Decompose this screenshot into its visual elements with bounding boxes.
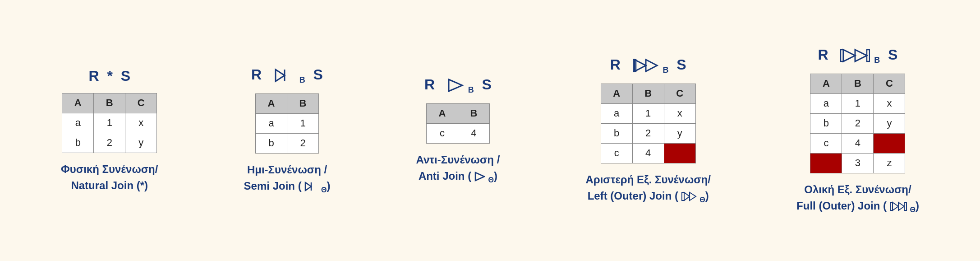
full-outer-join-table: A B C a 1 x b 2 y c 4 3 (810, 74, 905, 173)
svg-marker-13 (843, 50, 855, 61)
anti-join-icon (447, 78, 464, 93)
col-header: B (94, 93, 125, 113)
col-header: B (842, 74, 874, 93)
table-row: b 2 y (810, 113, 905, 133)
col-header: A (62, 93, 94, 113)
col-header: B (458, 103, 489, 123)
semi-join-icon (274, 68, 295, 83)
natural-join-label: Φυσική Συνένωση/Natural Join (*) (61, 161, 158, 194)
natural-join-title: R * S (89, 67, 130, 84)
left-outer-join-label: Αριστερή Εξ. Συνένωση/Left (Outer) Join … (585, 172, 711, 205)
svg-marker-11 (690, 192, 696, 200)
left-outer-join-label-icon (681, 191, 697, 201)
anti-join-label-icon (474, 172, 485, 182)
col-header: A (810, 74, 842, 93)
anti-join-label: Αντι-Συνένωση /Anti Join ( Θ) (416, 152, 500, 186)
table-row: c 4 (601, 143, 695, 163)
left-outer-join-icon (633, 58, 659, 73)
table-row: a 1 x (62, 113, 157, 133)
left-outer-join-title: R B S (610, 56, 686, 75)
table-row: b 2 y (601, 123, 695, 143)
semi-join-table: A B a 1 b 2 (255, 93, 319, 154)
full-outer-join-label: Ολική Εξ. Συνένωση/Full (Outer) Join ( Θ… (796, 182, 919, 215)
svg-marker-2 (305, 182, 311, 191)
svg-marker-0 (276, 70, 285, 81)
full-outer-join-title: R B S (818, 46, 898, 65)
svg-marker-7 (646, 60, 657, 71)
svg-marker-18 (898, 202, 904, 210)
semi-join-title: R B S (251, 66, 323, 85)
table-row: 3 z (810, 153, 905, 173)
table-row: a 1 x (810, 93, 905, 113)
col-header: C (874, 74, 905, 93)
svg-marker-5 (475, 172, 484, 181)
col-header: A (426, 103, 458, 123)
table-row: a 1 x (601, 103, 695, 123)
semi-join-label: Ημι-Συνένωση /Semi Join ( Θ) (244, 162, 331, 196)
semi-join-label-icon (304, 182, 318, 191)
left-outer-join-section: R B S A B C a 1 x b 2 (585, 56, 711, 205)
svg-marker-14 (855, 50, 867, 61)
left-outer-join-table: A B C a 1 x b 2 y c 4 (601, 84, 696, 163)
semi-join-section: R B S A B a 1 b 2 Ημι-Συν (244, 66, 331, 196)
svg-marker-4 (449, 79, 462, 91)
table-row: a 1 (256, 113, 319, 133)
svg-rect-19 (904, 202, 906, 210)
full-outer-join-label-icon (890, 201, 907, 211)
natural-join-table: A B C a 1 x b 2 y (62, 93, 157, 153)
col-header: A (601, 84, 632, 103)
col-header: C (125, 93, 157, 113)
table-row: c 4 (426, 123, 489, 143)
full-outer-join-icon (840, 48, 870, 63)
svg-marker-17 (893, 202, 898, 210)
anti-join-table: A B c 4 (426, 103, 490, 144)
full-outer-join-section: R B S A B C a 1 x (796, 46, 919, 215)
col-header: C (664, 84, 695, 103)
col-header: B (287, 93, 319, 113)
table-row: b 2 y (62, 133, 157, 153)
anti-join-title: R B S (424, 76, 492, 95)
table-row: b 2 (256, 133, 319, 153)
col-header: A (256, 93, 287, 113)
svg-marker-10 (684, 192, 690, 200)
anti-join-section: R B S A B c 4 Αντι-Συνένωση /Anti Join (… (416, 76, 500, 186)
table-row: c 4 (810, 133, 905, 153)
natural-join-section: R * S A B C a 1 x b 2 y Φυσική Συνένωση/… (61, 67, 158, 193)
col-header: B (632, 84, 664, 103)
